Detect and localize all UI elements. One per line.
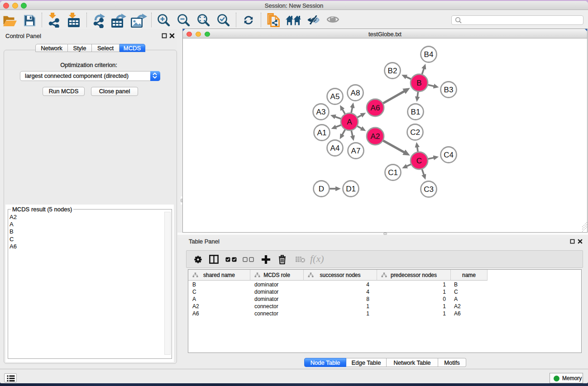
- svg-text:B2: B2: [388, 67, 397, 75]
- svg-text:B1: B1: [411, 108, 421, 116]
- svg-text:A2: A2: [371, 132, 380, 141]
- svg-text:C: C: [416, 157, 422, 165]
- svg-text:A7: A7: [351, 147, 361, 155]
- svg-text:A: A: [347, 118, 352, 126]
- svg-text:A5: A5: [330, 92, 340, 101]
- svg-text:C2: C2: [410, 128, 420, 137]
- svg-text:B3: B3: [444, 86, 454, 94]
- svg-text:B4: B4: [424, 50, 434, 59]
- svg-text:C4: C4: [444, 151, 454, 159]
- svg-text:D1: D1: [346, 185, 356, 193]
- svg-text:A8: A8: [351, 89, 360, 97]
- svg-text:A6: A6: [371, 104, 380, 112]
- svg-text:A1: A1: [317, 129, 327, 137]
- svg-text:A3: A3: [316, 108, 326, 116]
- svg-text:A4: A4: [330, 144, 340, 152]
- svg-text:B: B: [416, 79, 421, 87]
- svg-text:C3: C3: [424, 185, 434, 194]
- svg-text:C1: C1: [388, 168, 398, 177]
- svg-text:D: D: [319, 185, 324, 193]
